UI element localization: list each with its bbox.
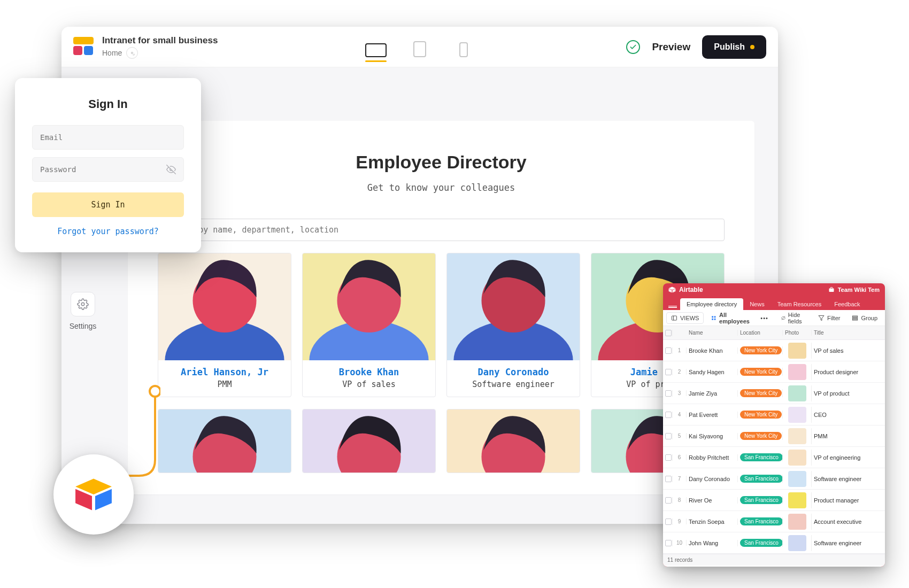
table-row[interactable]: 6 Robby Pritchett San Francisco VP of en… bbox=[663, 447, 885, 468]
device-tablet[interactable] bbox=[407, 38, 433, 62]
eye-off-icon[interactable] bbox=[166, 165, 176, 174]
search-input[interactable] bbox=[158, 219, 725, 241]
row-checkbox[interactable] bbox=[665, 347, 672, 354]
filter-button[interactable]: Filter bbox=[814, 312, 844, 324]
cell-photo[interactable] bbox=[783, 385, 812, 401]
signin-button[interactable]: Sign In bbox=[32, 192, 184, 217]
cell-location[interactable]: San Francisco bbox=[738, 475, 783, 483]
cell-name[interactable]: River Oe bbox=[687, 497, 738, 504]
employee-card[interactable] bbox=[158, 409, 291, 473]
group-button[interactable]: Group bbox=[848, 312, 882, 324]
employee-card[interactable]: Ariel Hanson, Jr PMM bbox=[158, 253, 291, 397]
row-checkbox[interactable] bbox=[665, 519, 672, 525]
table-row[interactable]: 9 Tenzin Soepa San Francisco Account exe… bbox=[663, 511, 885, 532]
cell-title[interactable]: VP of sales bbox=[812, 347, 885, 354]
select-all-checkbox[interactable] bbox=[665, 330, 672, 336]
row-checkbox[interactable] bbox=[665, 476, 672, 482]
device-phone[interactable] bbox=[451, 39, 476, 62]
views-button[interactable]: VIEWS bbox=[666, 312, 704, 324]
employee-name[interactable]: Ariel Hanson, Jr bbox=[158, 360, 291, 380]
cell-name[interactable]: Robby Pritchett bbox=[687, 454, 738, 461]
cell-name[interactable]: Kai Siyavong bbox=[687, 433, 738, 439]
airtable-workspace[interactable]: Team Wiki Tem bbox=[828, 287, 880, 293]
password-field[interactable] bbox=[40, 165, 166, 174]
table-row[interactable]: 5 Kai Siyavong New York City PMM bbox=[663, 425, 885, 447]
cell-title[interactable]: Product designer bbox=[812, 369, 885, 375]
email-field[interactable] bbox=[40, 133, 176, 142]
row-checkbox[interactable] bbox=[665, 369, 672, 375]
col-photo[interactable]: Photo bbox=[783, 330, 812, 336]
cell-title[interactable]: Account executive bbox=[812, 519, 885, 525]
cell-title[interactable]: Product manager bbox=[812, 497, 885, 504]
device-desktop[interactable] bbox=[363, 40, 389, 62]
row-checkbox[interactable] bbox=[665, 412, 672, 418]
cell-title[interactable]: PMM bbox=[812, 433, 885, 439]
cell-photo[interactable] bbox=[783, 471, 812, 487]
cell-name[interactable]: Sandy Hagen bbox=[687, 369, 738, 375]
row-checkbox[interactable] bbox=[665, 497, 672, 504]
cell-name[interactable]: Dany Coronado bbox=[687, 476, 738, 482]
table-row[interactable]: 2 Sandy Hagen New York City Product desi… bbox=[663, 361, 885, 383]
cell-photo[interactable] bbox=[783, 514, 812, 530]
cell-title[interactable]: VP of engineering bbox=[812, 454, 885, 461]
row-checkbox[interactable] bbox=[665, 540, 672, 546]
airtable-tab[interactable]: Employee directory bbox=[680, 298, 743, 310]
cell-location[interactable]: New York City bbox=[738, 411, 783, 419]
col-title[interactable]: Title bbox=[812, 330, 885, 336]
cell-title[interactable]: Software engineer bbox=[812, 540, 885, 546]
airtable-brand[interactable]: Airtable bbox=[668, 286, 703, 293]
table-row[interactable]: 1 Brooke Khan New York City VP of sales bbox=[663, 340, 885, 361]
more-button[interactable]: ••• bbox=[758, 312, 771, 324]
employee-card[interactable]: Brooke Khan VP of sales bbox=[302, 253, 436, 397]
cell-photo[interactable] bbox=[783, 535, 812, 551]
cell-location[interactable]: New York City bbox=[738, 368, 783, 376]
employee-name[interactable]: Dany Coronado bbox=[447, 360, 580, 380]
airtable-tab[interactable]: News bbox=[743, 298, 771, 310]
cell-name[interactable]: Pat Everett bbox=[687, 412, 738, 418]
settings-button[interactable] bbox=[71, 292, 95, 316]
cell-photo[interactable] bbox=[783, 343, 812, 359]
cell-name[interactable]: Brooke Khan bbox=[687, 347, 738, 354]
gear-icon[interactable] bbox=[126, 47, 138, 59]
cell-location[interactable]: New York City bbox=[738, 432, 783, 440]
cell-name[interactable]: John Wang bbox=[687, 540, 738, 546]
cell-photo[interactable] bbox=[783, 364, 812, 380]
cell-title[interactable]: Software engineer bbox=[812, 476, 885, 482]
cell-photo[interactable] bbox=[783, 428, 812, 444]
col-name[interactable]: Name bbox=[687, 330, 738, 336]
employee-card[interactable] bbox=[302, 409, 436, 473]
employee-card[interactable]: Dany Coronado Software engineer bbox=[446, 253, 580, 397]
employee-name[interactable]: Brooke Khan bbox=[303, 360, 435, 380]
cell-title[interactable]: CEO bbox=[812, 412, 885, 418]
cell-location[interactable]: New York City bbox=[738, 346, 783, 354]
breadcrumb-home[interactable]: Home bbox=[102, 49, 122, 57]
cell-location[interactable]: San Francisco bbox=[738, 517, 783, 525]
col-location[interactable]: Location bbox=[738, 330, 783, 336]
hide-fields-button[interactable]: Hide fields bbox=[777, 312, 811, 324]
airtable-tab[interactable]: Team Resources bbox=[771, 298, 828, 310]
table-row[interactable]: 10 John Wang San Francisco Software engi… bbox=[663, 532, 885, 554]
cell-photo[interactable] bbox=[783, 492, 812, 508]
cell-location[interactable]: San Francisco bbox=[738, 453, 783, 461]
employee-card[interactable] bbox=[446, 409, 580, 473]
cell-title[interactable]: VP of product bbox=[812, 390, 885, 397]
table-row[interactable]: 3 Jamie Ziya New York City VP of product bbox=[663, 383, 885, 404]
table-row[interactable]: 7 Dany Coronado San Francisco Software e… bbox=[663, 468, 885, 490]
cell-location[interactable]: San Francisco bbox=[738, 539, 783, 547]
table-row[interactable]: 4 Pat Everett New York City CEO bbox=[663, 404, 885, 425]
cell-name[interactable]: Jamie Ziya bbox=[687, 390, 738, 397]
cell-location[interactable]: San Francisco bbox=[738, 496, 783, 504]
table-row[interactable]: 8 River Oe San Francisco Product manager bbox=[663, 490, 885, 511]
row-checkbox[interactable] bbox=[665, 433, 672, 439]
row-checkbox[interactable] bbox=[665, 390, 672, 397]
cell-photo[interactable] bbox=[783, 450, 812, 466]
publish-button[interactable]: Publish bbox=[702, 35, 766, 59]
airtable-tab[interactable]: Feedback bbox=[828, 298, 866, 310]
row-checkbox[interactable] bbox=[665, 454, 672, 461]
cell-location[interactable]: New York City bbox=[738, 389, 783, 397]
forgot-password-link[interactable]: Forgot your password? bbox=[32, 227, 184, 236]
preview-button[interactable]: Preview bbox=[652, 41, 690, 53]
menu-icon[interactable] bbox=[668, 306, 677, 308]
cell-name[interactable]: Tenzin Soepa bbox=[687, 519, 738, 525]
view-name-button[interactable]: All employees bbox=[707, 312, 755, 324]
